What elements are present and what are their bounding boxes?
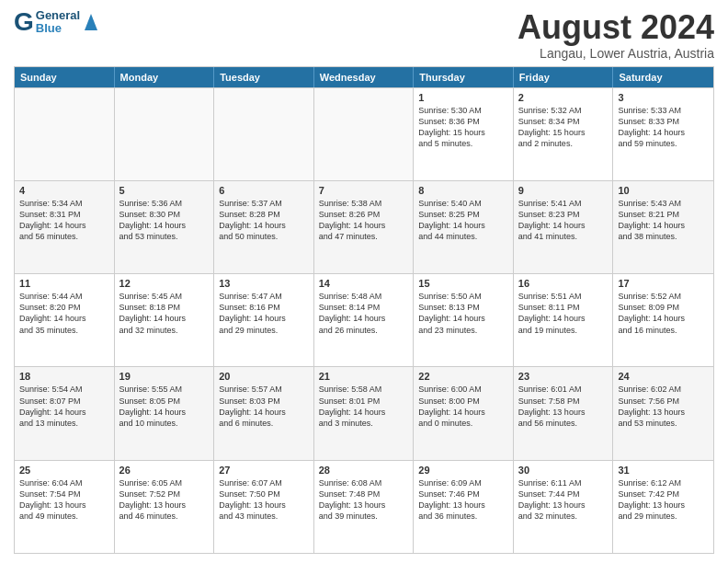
day-header-saturday: Saturday	[613, 67, 713, 87]
day-number: 6	[219, 185, 309, 196]
calendar-body: 1Sunrise: 5:30 AMSunset: 8:36 PMDaylight…	[15, 87, 713, 553]
day-number: 22	[418, 371, 508, 382]
day-number: 16	[518, 278, 609, 289]
cell-content: Sunrise: 6:11 AMSunset: 7:44 PMDaylight:…	[518, 477, 609, 523]
month-title: August 2024	[518, 9, 714, 46]
cell-content: Sunrise: 6:09 AMSunset: 7:46 PMDaylight:…	[418, 477, 508, 523]
day-number: 29	[418, 465, 508, 476]
cell-content: Sunrise: 6:07 AMSunset: 7:50 PMDaylight:…	[219, 477, 309, 523]
day-number: 19	[119, 371, 210, 382]
cell-content: Sunrise: 6:02 AMSunset: 7:56 PMDaylight:…	[618, 384, 709, 429]
day-number: 14	[319, 278, 409, 289]
calendar-cell-28: 28Sunrise: 6:08 AMSunset: 7:48 PMDayligh…	[314, 461, 415, 553]
logo: G General Blue	[14, 9, 99, 36]
day-number: 11	[19, 278, 109, 289]
calendar-cell-21: 21Sunrise: 5:58 AMSunset: 8:01 PMDayligh…	[314, 367, 415, 459]
day-number: 10	[618, 185, 709, 196]
cell-content: Sunrise: 6:08 AMSunset: 7:48 PMDaylight:…	[319, 477, 409, 523]
day-header-wednesday: Wednesday	[314, 67, 415, 87]
calendar-row-1: 1Sunrise: 5:30 AMSunset: 8:36 PMDaylight…	[15, 87, 713, 180]
day-number: 24	[618, 371, 709, 382]
calendar-cell-12: 12Sunrise: 5:45 AMSunset: 8:18 PMDayligh…	[115, 274, 215, 366]
day-number: 15	[418, 278, 508, 289]
calendar-cell-13: 13Sunrise: 5:47 AMSunset: 8:16 PMDayligh…	[214, 274, 314, 366]
day-number: 20	[219, 371, 309, 382]
calendar-row-4: 18Sunrise: 5:54 AMSunset: 8:07 PMDayligh…	[15, 366, 713, 459]
cell-content: Sunrise: 6:12 AMSunset: 7:42 PMDaylight:…	[618, 477, 709, 523]
cell-content: Sunrise: 6:05 AMSunset: 7:52 PMDaylight:…	[119, 477, 210, 523]
day-number: 31	[618, 465, 709, 476]
location: Langau, Lower Austria, Austria	[518, 46, 714, 61]
day-number: 4	[19, 185, 109, 196]
calendar-row-5: 25Sunrise: 6:04 AMSunset: 7:54 PMDayligh…	[15, 460, 713, 553]
calendar-cell-14: 14Sunrise: 5:48 AMSunset: 8:14 PMDayligh…	[314, 274, 415, 366]
calendar-cell-4: 4Sunrise: 5:34 AMSunset: 8:31 PMDaylight…	[15, 181, 115, 273]
cell-content: Sunrise: 5:58 AMSunset: 8:01 PMDaylight:…	[319, 384, 409, 429]
day-number: 27	[219, 465, 309, 476]
cell-content: Sunrise: 5:43 AMSunset: 8:21 PMDaylight:…	[618, 198, 709, 243]
cell-content: Sunrise: 5:54 AMSunset: 8:07 PMDaylight:…	[19, 384, 109, 429]
day-header-monday: Monday	[115, 67, 215, 87]
cell-content: Sunrise: 5:45 AMSunset: 8:18 PMDaylight:…	[119, 291, 210, 336]
day-number: 9	[518, 185, 609, 196]
calendar-cell-30: 30Sunrise: 6:11 AMSunset: 7:44 PMDayligh…	[514, 461, 614, 553]
calendar-cell-empty	[115, 88, 215, 180]
calendar-cell-empty	[214, 88, 314, 180]
cell-content: Sunrise: 5:50 AMSunset: 8:13 PMDaylight:…	[418, 291, 508, 336]
day-header-friday: Friday	[514, 67, 614, 87]
calendar-cell-empty	[15, 88, 115, 180]
cell-content: Sunrise: 5:41 AMSunset: 8:23 PMDaylight:…	[518, 198, 609, 243]
calendar-cell-7: 7Sunrise: 5:38 AMSunset: 8:26 PMDaylight…	[314, 181, 415, 273]
calendar-cell-2: 2Sunrise: 5:32 AMSunset: 8:34 PMDaylight…	[514, 88, 614, 180]
day-number: 8	[418, 185, 508, 196]
cell-content: Sunrise: 6:00 AMSunset: 8:00 PMDaylight:…	[418, 384, 508, 429]
day-number: 2	[518, 92, 609, 103]
calendar-cell-25: 25Sunrise: 6:04 AMSunset: 7:54 PMDayligh…	[15, 461, 115, 553]
day-number: 1	[418, 92, 508, 103]
cell-content: Sunrise: 5:38 AMSunset: 8:26 PMDaylight:…	[319, 198, 409, 243]
calendar-cell-1: 1Sunrise: 5:30 AMSunset: 8:36 PMDaylight…	[414, 88, 514, 180]
cell-content: Sunrise: 5:33 AMSunset: 8:33 PMDaylight:…	[618, 105, 709, 150]
cell-content: Sunrise: 5:51 AMSunset: 8:11 PMDaylight:…	[518, 291, 609, 336]
header: G General Blue August 2024 Langau, Lower…	[14, 9, 714, 61]
cell-content: Sunrise: 5:34 AMSunset: 8:31 PMDaylight:…	[19, 198, 109, 243]
cell-content: Sunrise: 6:04 AMSunset: 7:54 PMDaylight:…	[19, 477, 109, 523]
logo-blue: Blue	[36, 22, 80, 35]
cell-content: Sunrise: 5:40 AMSunset: 8:25 PMDaylight:…	[418, 198, 508, 243]
cell-content: Sunrise: 5:30 AMSunset: 8:36 PMDaylight:…	[418, 105, 508, 150]
cell-content: Sunrise: 5:47 AMSunset: 8:16 PMDaylight:…	[219, 291, 309, 336]
day-number: 25	[19, 465, 109, 476]
cell-content: Sunrise: 5:48 AMSunset: 8:14 PMDaylight:…	[319, 291, 409, 336]
calendar-cell-29: 29Sunrise: 6:09 AMSunset: 7:46 PMDayligh…	[414, 461, 514, 553]
day-number: 30	[518, 465, 609, 476]
day-number: 21	[319, 371, 409, 382]
day-number: 7	[319, 185, 409, 196]
day-header-sunday: Sunday	[15, 67, 115, 87]
calendar-cell-5: 5Sunrise: 5:36 AMSunset: 8:30 PMDaylight…	[115, 181, 215, 273]
page: G General Blue August 2024 Langau, Lower…	[0, 0, 728, 563]
cell-content: Sunrise: 5:36 AMSunset: 8:30 PMDaylight:…	[119, 198, 210, 243]
calendar-cell-16: 16Sunrise: 5:51 AMSunset: 8:11 PMDayligh…	[514, 274, 614, 366]
logo-text-block: General Blue	[36, 9, 80, 36]
calendar: SundayMondayTuesdayWednesdayThursdayFrid…	[14, 66, 714, 554]
cell-content: Sunrise: 6:01 AMSunset: 7:58 PMDaylight:…	[518, 384, 609, 429]
cell-content: Sunrise: 5:37 AMSunset: 8:28 PMDaylight:…	[219, 198, 309, 243]
calendar-cell-20: 20Sunrise: 5:57 AMSunset: 8:03 PMDayligh…	[214, 367, 314, 459]
day-header-tuesday: Tuesday	[214, 67, 314, 87]
calendar-row-2: 4Sunrise: 5:34 AMSunset: 8:31 PMDaylight…	[15, 180, 713, 273]
day-number: 13	[219, 278, 309, 289]
day-number: 26	[119, 465, 210, 476]
calendar-cell-27: 27Sunrise: 6:07 AMSunset: 7:50 PMDayligh…	[214, 461, 314, 553]
calendar-row-3: 11Sunrise: 5:44 AMSunset: 8:20 PMDayligh…	[15, 273, 713, 366]
calendar-cell-18: 18Sunrise: 5:54 AMSunset: 8:07 PMDayligh…	[15, 367, 115, 459]
calendar-cell-9: 9Sunrise: 5:41 AMSunset: 8:23 PMDaylight…	[514, 181, 614, 273]
calendar-cell-24: 24Sunrise: 6:02 AMSunset: 7:56 PMDayligh…	[613, 367, 713, 459]
day-number: 28	[319, 465, 409, 476]
day-number: 17	[618, 278, 709, 289]
cell-content: Sunrise: 5:52 AMSunset: 8:09 PMDaylight:…	[618, 291, 709, 336]
calendar-cell-31: 31Sunrise: 6:12 AMSunset: 7:42 PMDayligh…	[613, 461, 713, 553]
calendar-cell-6: 6Sunrise: 5:37 AMSunset: 8:28 PMDaylight…	[214, 181, 314, 273]
logo-g-letter: G	[14, 9, 34, 35]
calendar-cell-10: 10Sunrise: 5:43 AMSunset: 8:21 PMDayligh…	[613, 181, 713, 273]
calendar-cell-11: 11Sunrise: 5:44 AMSunset: 8:20 PMDayligh…	[15, 274, 115, 366]
